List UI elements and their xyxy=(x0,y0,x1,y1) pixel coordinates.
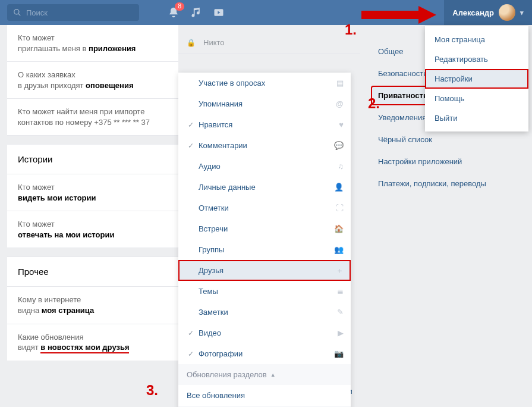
plus-icon: ＋ xyxy=(336,265,344,276)
profile-name: Александр xyxy=(452,8,494,17)
avatar xyxy=(499,4,515,21)
search-input[interactable] xyxy=(26,8,133,17)
dd-footer-sections-a[interactable]: Обновления разделов ▲ xyxy=(178,364,351,385)
setting-row-friend-requests[interactable]: О каких заявках в друзья приходят оповещ… xyxy=(7,61,178,98)
setting-row-apps[interactable]: Кто может приглашать меня в приложения xyxy=(7,25,178,61)
notification-badge: 8 xyxy=(175,2,184,11)
step-2-label: 2. xyxy=(368,95,380,112)
section-stories-header: Истории xyxy=(7,145,178,174)
profile-dd-settings[interactable]: Настройки xyxy=(425,69,528,89)
list-icon: ≣ xyxy=(337,287,344,296)
profile-dd-logout[interactable]: Выйти xyxy=(425,108,528,128)
dd-item-notes[interactable]: Заметки✎ xyxy=(178,302,351,323)
notifications-button[interactable]: 8 xyxy=(168,7,180,18)
comment-icon: 💬 xyxy=(334,141,344,150)
chevron-down-icon: ▾ xyxy=(520,9,524,17)
lock-icon: 🔒 xyxy=(187,39,196,47)
building-icon: 🏠 xyxy=(334,224,344,233)
top-bar: 8 Александр ▾ Моя страница Редактировать… xyxy=(0,0,532,25)
dd-item-events[interactable]: Встречи🏠 xyxy=(178,218,351,239)
svg-line-1 xyxy=(18,14,21,16)
updates-dropdown-column: 🔒 Никто Участие в опросах▤ Упоминания@ ✓… xyxy=(178,25,360,361)
profile-dd-help[interactable]: Помощь xyxy=(425,89,528,108)
nav-payments[interactable]: Платежи, подписки, переводы xyxy=(371,174,514,193)
expand-icon: ⛶ xyxy=(336,204,344,212)
dd-item-polls[interactable]: Участие в опросах▤ xyxy=(178,73,351,93)
updates-dropdown[interactable]: Участие в опросах▤ Упоминания@ ✓Нравится… xyxy=(178,73,351,407)
privacy-value-nobody: 🔒 Никто xyxy=(178,31,360,54)
note-icon: ✎ xyxy=(337,308,344,317)
svg-marker-4 xyxy=(418,6,436,24)
section-other-header: Прочее xyxy=(7,257,178,286)
camera-icon: 📷 xyxy=(334,349,344,358)
step-3-label: 3. xyxy=(146,382,158,399)
top-bar-icons: 8 xyxy=(168,7,225,18)
dd-item-photos[interactable]: ✓Фотографии📷 xyxy=(178,343,351,364)
dd-item-likes[interactable]: ✓Нравится♥ xyxy=(178,114,351,135)
dd-item-audio[interactable]: Аудио♫ xyxy=(178,156,351,177)
chevron-up-icon: ▲ xyxy=(270,372,276,378)
profile-dropdown: Моя страница Редактировать Настройки Пом… xyxy=(425,26,528,132)
settings-list: Кто может приглашать меня в приложения О… xyxy=(0,25,178,361)
bars-icon: ▤ xyxy=(336,79,344,87)
dd-item-video[interactable]: ✓Видео▶ xyxy=(178,323,351,343)
nav-blacklist[interactable]: Чёрный список xyxy=(371,130,514,149)
music-icon: ♫ xyxy=(338,162,344,171)
svg-rect-3 xyxy=(361,11,418,19)
dd-footer-all[interactable]: Все обновления xyxy=(178,385,351,406)
setting-row-see-stories[interactable]: Кто можетвидеть мои истории xyxy=(7,174,178,211)
profile-dd-my-page[interactable]: Моя страница xyxy=(425,30,528,49)
dd-item-tags[interactable]: Отметки⛶ xyxy=(178,198,351,218)
video-button[interactable] xyxy=(213,7,225,18)
svg-point-0 xyxy=(14,10,19,14)
group-icon: 👥 xyxy=(334,245,344,254)
setting-row-page-visibility[interactable]: Кому в интернете видна моя страница xyxy=(7,286,178,323)
setting-row-reply-stories[interactable]: Кто можетотвечать на мои истории xyxy=(7,211,178,248)
dd-item-friends[interactable]: Друзья＋ xyxy=(178,260,351,281)
at-icon: @ xyxy=(336,99,344,108)
setting-row-updates[interactable]: Какие обновления видят в новостях мои др… xyxy=(7,324,178,361)
dd-item-topics[interactable]: Темы≣ xyxy=(178,281,351,302)
dd-item-groups[interactable]: Группы👥 xyxy=(178,239,351,260)
arrow-annotation xyxy=(361,6,436,24)
heart-icon: ♥ xyxy=(339,120,344,129)
profile-menu-toggle[interactable]: Александр ▾ xyxy=(444,0,532,25)
dd-item-mentions[interactable]: Упоминания@ xyxy=(178,93,351,114)
dd-item-personal[interactable]: Личные данные👤 xyxy=(178,177,351,198)
profile-dd-edit[interactable]: Редактировать xyxy=(425,49,528,69)
step-1-label: 1. xyxy=(345,21,357,38)
search-box[interactable] xyxy=(7,4,139,21)
nav-app-settings[interactable]: Настройки приложений xyxy=(371,152,514,171)
setting-row-contacts-import[interactable]: Кто может найти меня при импорте контакт… xyxy=(7,98,178,135)
music-button[interactable] xyxy=(190,7,202,18)
person-icon: 👤 xyxy=(334,183,344,192)
dd-item-comments[interactable]: ✓Комментарии💬 xyxy=(178,135,351,156)
search-icon xyxy=(13,8,21,17)
play-icon: ▶ xyxy=(338,328,344,337)
